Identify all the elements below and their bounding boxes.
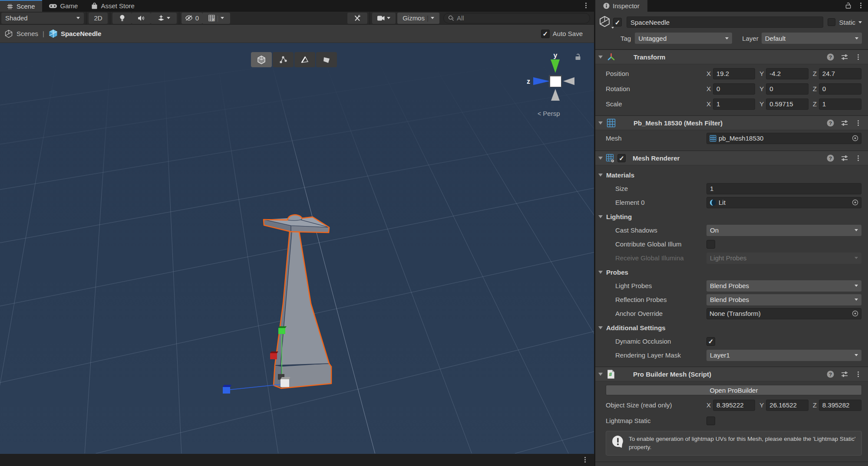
mesh-renderer-enabled-checkbox[interactable] [617,154,626,162]
gameobject-active-checkbox[interactable] [613,18,622,26]
mesh-filter-title: Pb_Mesh 18530 (Mesh Filter) [634,119,723,127]
gameobject-name-field[interactable]: SpaceNeedle [627,16,823,28]
cast-shadows-dropdown[interactable]: On [706,225,861,236]
edge-mode-button[interactable] [294,52,315,67]
scene-tabbar: Scene Game Asset Store [0,0,594,12]
static-dropdown-caret[interactable] [858,21,862,23]
tab-asset-store[interactable]: Asset Store [85,0,142,12]
effects-dropdown-button[interactable] [151,13,177,24]
component-menu-icon[interactable] [855,120,861,126]
lighting-foldout[interactable]: Lighting [595,211,868,222]
z-axis-cone[interactable] [533,77,550,85]
perspective-label[interactable]: < Persp [538,110,560,117]
component-menu-icon[interactable] [855,54,861,60]
rotation-z-field[interactable]: 0 [819,83,861,95]
presets-icon[interactable] [841,155,848,161]
presets-icon[interactable] [841,371,848,377]
static-checkbox[interactable] [828,18,835,26]
scene-viewport[interactable]: y z < Persp [0,43,594,454]
scene-search-input[interactable]: All [443,13,590,23]
light-probes-dropdown[interactable]: Blend Probes [706,280,861,292]
gizmo-center-cube[interactable] [550,76,561,87]
gizmos-dropdown[interactable]: Gizmos | [397,13,439,24]
svg-text:?: ? [829,120,832,125]
scene-panel: Scene Game Asset Store Shaded 2D [0,0,594,466]
status-bar-menu-icon[interactable] [582,457,588,463]
unity-scenes-icon[interactable] [4,30,13,38]
object-mode-button[interactable] [251,52,272,67]
tab-game[interactable]: Game [42,0,85,12]
z-axis-handle[interactable] [223,385,231,394]
tag-dropdown[interactable]: Untagged [635,33,732,44]
additional-settings-foldout[interactable]: Additional Settings [595,322,868,333]
transform-header[interactable]: Transform ? [595,49,868,64]
help-icon[interactable]: ? [827,119,834,127]
position-y-field[interactable]: -4.2 [766,68,808,79]
rendering-layer-mask-dropdown[interactable]: Layer1 [706,350,861,361]
materials-size-field[interactable]: 1 [706,183,861,194]
grid-visibility-dropdown[interactable]: y | [202,13,230,24]
object-picker-icon[interactable] [852,310,858,317]
x-axis-cone[interactable] [563,77,574,85]
component-menu-icon[interactable] [855,155,861,161]
object-picker-icon[interactable] [852,199,858,206]
tab-inspector[interactable]: Inspector [595,0,647,12]
scene-lock-icon[interactable] [575,53,581,60]
scale-x-field[interactable]: 1 [713,98,755,110]
materials-foldout[interactable]: Materials [595,169,868,180]
inspector-menu-icon[interactable] [858,3,864,8]
scene-tabbar-menu-icon[interactable] [583,3,589,8]
probes-foldout[interactable]: Probes [595,266,868,278]
tab-scene[interactable]: Scene [0,0,42,12]
gameobject-icon[interactable] [599,16,613,29]
audio-toggle-button[interactable] [132,13,151,24]
foldout-icon[interactable] [598,157,603,160]
lighting-toggle-button[interactable] [112,13,132,24]
anchor-override-field[interactable]: None (Transform) [706,308,861,319]
help-icon[interactable]: ? [827,53,834,61]
scale-y-field[interactable]: 0.59715 [766,98,808,110]
object-picker-icon[interactable] [852,135,858,141]
face-mode-button[interactable] [316,52,337,67]
rotation-x-field[interactable]: 0 [713,83,755,95]
probuilder-header[interactable]: # Pro Builder Mesh (Script) ? [595,367,868,381]
position-z-field[interactable]: 24.7 [819,68,861,79]
mesh-object-field[interactable]: pb_Mesh18530 [706,133,861,144]
foldout-icon[interactable] [598,373,603,376]
space-needle-mesh[interactable] [217,197,347,440]
auto-save-checkbox[interactable] [541,30,550,38]
dynamic-occlusion-checkbox[interactable] [706,337,715,346]
component-menu-icon[interactable] [855,371,861,377]
vertex-mode-button[interactable] [273,52,294,67]
rotation-y-field[interactable]: 0 [766,83,808,95]
y-axis-cone[interactable] [551,59,560,73]
reflection-probes-dropdown[interactable]: Blend Probes [706,294,861,305]
open-probuilder-button[interactable]: Open ProBuilder [606,385,862,395]
pivot-handle[interactable] [281,377,290,387]
auto-save-toggle[interactable]: Auto Save [541,30,583,38]
help-icon[interactable]: ? [827,371,834,378]
scene-visibility-button[interactable]: 0 [182,13,202,24]
lightmap-static-checkbox[interactable] [706,417,715,425]
mesh-renderer-header[interactable]: Mesh Renderer ? [595,151,868,165]
scale-z-field[interactable]: 1 [819,98,861,110]
neg-y-axis-cone[interactable] [551,89,560,101]
presets-icon[interactable] [841,54,848,60]
shading-mode-dropdown[interactable]: Shaded [1,13,84,24]
breadcrumb-current-object[interactable]: SpaceNeedle [61,30,101,37]
camera-settings-dropdown[interactable] [372,13,396,24]
foldout-icon[interactable] [598,56,603,59]
presets-icon[interactable] [841,120,848,126]
2d-toggle-button[interactable]: 2D [89,13,108,24]
foldout-icon[interactable] [598,121,603,125]
breadcrumb-scenes[interactable]: Scenes [17,30,38,37]
tools-button[interactable] [347,13,367,24]
layer-dropdown[interactable]: Default [762,33,862,44]
gizmo-y-label: y [554,52,558,59]
help-icon[interactable]: ? [827,154,834,162]
position-x-field[interactable]: 19.2 [713,68,755,79]
lock-icon[interactable] [845,2,851,9]
mesh-filter-header[interactable]: Pb_Mesh 18530 (Mesh Filter) ? [595,115,868,130]
contribute-gi-checkbox[interactable] [706,240,715,249]
element0-object-field[interactable]: Lit [706,197,861,208]
